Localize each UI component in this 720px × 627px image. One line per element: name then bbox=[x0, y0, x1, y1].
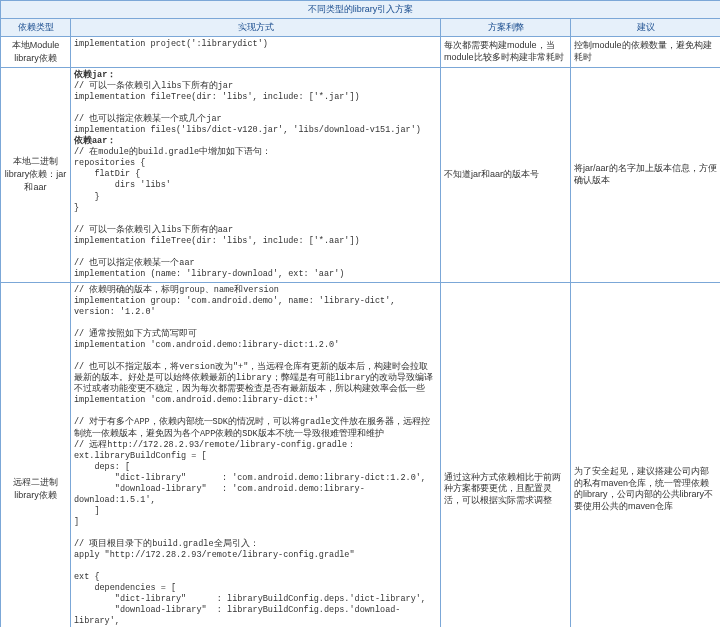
dep-type-cell: 远程二进制library依赖 bbox=[1, 282, 71, 627]
impl-cell: implementation project(':librarydict') bbox=[71, 37, 441, 68]
dep-type-cell: 本地Module library依赖 bbox=[1, 37, 71, 68]
impl-cell: 依赖jar： // 可以一条依赖引入libs下所有的jar implementa… bbox=[71, 68, 441, 283]
dep-type-cell: 本地二进制library依赖：jar和aar bbox=[1, 68, 71, 283]
impl-label-jar: 依赖jar： bbox=[74, 70, 116, 80]
adv-cell: 通过这种方式依赖相比于前两种方案都要更优，且配置灵活，可以根据实际需求调整 bbox=[441, 282, 571, 627]
rec-cell: 为了安全起见，建议搭建公司内部的私有maven仓库，统一管理依赖的library… bbox=[571, 282, 721, 627]
table-title: 不同类型的library引入方案 bbox=[1, 1, 721, 19]
header-rec: 建议 bbox=[571, 19, 721, 37]
adv-cell: 不知道jar和aar的版本号 bbox=[441, 68, 571, 283]
table-row: 本地Module library依赖 implementation projec… bbox=[1, 37, 721, 68]
impl-cell: // 依赖明确的版本，标明group、name和version implemen… bbox=[71, 282, 441, 627]
adv-cell: 每次都需要构建module，当module比较多时构建非常耗时 bbox=[441, 37, 571, 68]
impl-label-aar: 依赖aar： bbox=[74, 136, 116, 146]
impl-jar-code: // 可以一条依赖引入libs下所有的jar implementation fi… bbox=[74, 81, 421, 135]
table-row: 本地二进制library依赖：jar和aar 依赖jar： // 可以一条依赖引… bbox=[1, 68, 721, 283]
header-adv: 方案利弊 bbox=[441, 19, 571, 37]
table-row: 远程二进制library依赖 // 依赖明确的版本，标明group、name和v… bbox=[1, 282, 721, 627]
header-impl: 实现方式 bbox=[71, 19, 441, 37]
impl-aar-code: // 在module的build.gradle中增加如下语句： reposito… bbox=[74, 147, 360, 279]
header-dep-type: 依赖类型 bbox=[1, 19, 71, 37]
library-table: 不同类型的library引入方案 依赖类型 实现方式 方案利弊 建议 本地Mod… bbox=[0, 0, 720, 627]
rec-cell: 控制module的依赖数量，避免构建耗时 bbox=[571, 37, 721, 68]
rec-cell: 将jar/aar的名字加上版本信息，方便确认版本 bbox=[571, 68, 721, 283]
